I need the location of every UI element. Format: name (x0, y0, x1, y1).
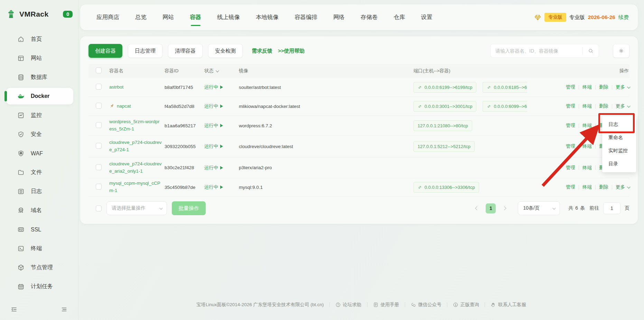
container-name-link[interactable]: cloudreve_p724-cloudreve_aria2_only1-1 (109, 161, 162, 175)
action-manage[interactable]: 管理 (566, 122, 575, 129)
context-menu-item-rename[interactable]: 重命名 (602, 131, 636, 144)
row-checkbox[interactable] (96, 184, 102, 190)
tab-network[interactable]: 网络 (325, 4, 353, 30)
container-name-link[interactable]: napcat (117, 103, 131, 110)
footer-link-support[interactable]: 联系人工客服 (491, 302, 526, 308)
page-number-current[interactable]: 1 (486, 203, 496, 213)
tab-registry[interactable]: 仓库 (386, 4, 413, 30)
sidebar-item-nodes[interactable]: 节点管理 (0, 258, 78, 277)
port-mapping-chip[interactable]: 0.0.0.0:13306-->3306/tcp (413, 182, 479, 193)
tab-app-store[interactable]: 应用商店 (88, 4, 127, 30)
batch-select-all-checkbox[interactable] (96, 205, 102, 211)
context-menu-item-logs[interactable]: 日志 (602, 118, 636, 131)
status-running[interactable]: 运行中 (204, 165, 239, 171)
container-name-link[interactable]: mysql_ccpm-mysql_cCPm-1 (109, 180, 162, 194)
port-mapping-chip[interactable]: 0.0.0.0:3001-->3001/tcp (413, 101, 476, 112)
port-mapping-chip[interactable]: 127.0.0.1:21080-->80/tcp (413, 120, 472, 131)
status-running[interactable]: 运行中 (204, 122, 239, 129)
row-checkbox[interactable] (96, 164, 102, 170)
search-icon[interactable] (583, 44, 599, 57)
renew-link[interactable]: 续费 (618, 14, 629, 21)
sidebar-item-domain[interactable]: 域名 (0, 201, 78, 220)
action-terminal[interactable]: 终端 (582, 122, 592, 129)
log-manage-button[interactable]: 日志管理 (128, 44, 162, 58)
action-more[interactable]: 更多 (616, 103, 629, 109)
port-mapping-chip[interactable]: 0.0.0.0:6199-->6199/tcp (413, 82, 476, 93)
sidebar-item-files[interactable]: 文件 (0, 163, 78, 182)
batch-action-select[interactable]: 请选择批量操作 (106, 201, 167, 215)
clean-containers-button[interactable]: 清理容器 (168, 44, 203, 58)
sidebar-item-logs[interactable]: 日志 (0, 182, 78, 201)
sidebar-item-security[interactable]: 安全 (0, 125, 78, 144)
status-running[interactable]: 运行中 (204, 103, 239, 109)
sidebar-item-website[interactable]: 网站 (0, 49, 78, 68)
settings-gear-button[interactable] (613, 44, 629, 58)
action-terminal[interactable]: 终端 (582, 184, 592, 190)
tab-local-images[interactable]: 本地镜像 (248, 4, 287, 30)
create-container-button[interactable]: 创建容器 (88, 44, 122, 58)
action-delete[interactable]: 删除 (599, 103, 608, 109)
tab-website[interactable]: 网站 (155, 4, 182, 30)
sidebar-item-docker[interactable]: Docker (6, 88, 73, 104)
status-running[interactable]: 运行中 (204, 143, 239, 149)
action-manage[interactable]: 管理 (566, 184, 575, 190)
page-size-select[interactable]: 10条/页 (518, 201, 560, 215)
action-terminal[interactable]: 终端 (582, 143, 592, 149)
tab-compose[interactable]: 容器编排 (287, 4, 325, 30)
batch-apply-button[interactable]: 批量操作 (172, 201, 206, 215)
context-menu-item-monitor[interactable]: 实时监控 (602, 144, 636, 157)
tab-settings[interactable]: 设置 (413, 4, 440, 30)
row-checkbox[interactable] (96, 143, 102, 149)
port-mapping-chip[interactable]: 127.0.0.1:5212-->5212/tcp (413, 141, 475, 152)
footer-link-verify[interactable]: 正版查询 (453, 302, 479, 308)
action-delete[interactable]: 删除 (599, 184, 608, 190)
row-checkbox[interactable] (96, 103, 102, 109)
action-more[interactable]: 更多 (616, 184, 629, 190)
sidebar-item-home[interactable]: 首页 (0, 30, 78, 49)
notification-count-badge[interactable]: 0 (63, 11, 73, 18)
port-mapping-chip[interactable]: 0.0.0.0:6185-->6 (483, 82, 527, 93)
sidebar-item-database[interactable]: 数据库 (0, 68, 78, 87)
footer-link-wechat[interactable]: 微信公众号 (411, 302, 442, 308)
collapse-sidebar-icon[interactable] (10, 306, 18, 313)
tab-overview[interactable]: 总览 (127, 4, 155, 30)
sidebar-item-waf[interactable]: WAF (0, 144, 78, 163)
action-manage[interactable]: 管理 (566, 84, 575, 90)
container-name-link[interactable]: wordpress_5rzm-wordpress_5rZm-1 (109, 118, 162, 133)
container-name-link[interactable]: cloudreve_p724-cloudreve_p724-1 (109, 139, 162, 154)
tab-remote-images[interactable]: 线上镜像 (209, 4, 248, 30)
security-check-button[interactable]: 安全检测 (208, 44, 243, 58)
tab-volumes[interactable]: 存储卷 (353, 4, 386, 30)
action-terminal[interactable]: 终端 (582, 103, 592, 109)
action-terminal[interactable]: 终端 (582, 165, 592, 171)
footer-link-manual[interactable]: 使用手册 (373, 302, 399, 308)
sidebar-item-ssl[interactable]: SSL (0, 220, 78, 239)
action-delete[interactable]: 删除 (599, 84, 608, 90)
prev-page-button[interactable] (473, 203, 482, 213)
tab-containers[interactable]: 容器 (182, 4, 209, 30)
pro-badge[interactable]: 专业版 (544, 13, 566, 22)
help-link[interactable]: >>使用帮助 (278, 48, 305, 54)
footer-link-forum[interactable]: 论坛求助 (335, 302, 362, 308)
action-manage[interactable]: 管理 (566, 103, 575, 109)
port-mapping-chip[interactable]: 0.0.0.0:6099-->6 (483, 101, 527, 112)
search-input[interactable] (491, 48, 582, 54)
context-menu-item-directory[interactable]: 目录 (602, 157, 636, 171)
action-manage[interactable]: 管理 (566, 143, 575, 149)
status-running[interactable]: 运行中 (204, 184, 239, 190)
sidebar-item-monitor[interactable]: 监控 (0, 106, 78, 125)
header-status-filter[interactable]: 状态 (204, 68, 239, 74)
feedback-link[interactable]: 需求反馈 (252, 48, 272, 54)
next-page-button[interactable] (500, 203, 509, 213)
row-checkbox[interactable] (96, 122, 102, 128)
action-terminal[interactable]: 终端 (582, 84, 592, 90)
status-running[interactable]: 运行中 (204, 84, 239, 90)
goto-page-input[interactable] (603, 202, 620, 214)
menu-list-icon[interactable] (60, 306, 68, 313)
sidebar-item-cron[interactable]: 计划任务 (0, 277, 78, 296)
action-more[interactable]: 更多 (616, 84, 629, 90)
row-checkbox[interactable] (96, 84, 102, 90)
container-name-link[interactable]: astrbot (109, 84, 123, 91)
select-all-checkbox[interactable] (96, 67, 102, 73)
sidebar-item-terminal[interactable]: 终端 (0, 239, 78, 258)
